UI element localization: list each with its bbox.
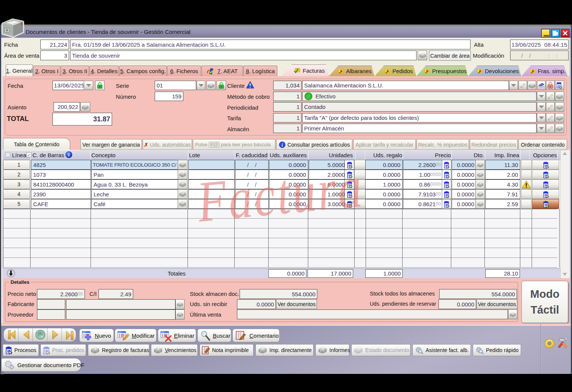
svg-text:i: i xyxy=(68,152,70,158)
